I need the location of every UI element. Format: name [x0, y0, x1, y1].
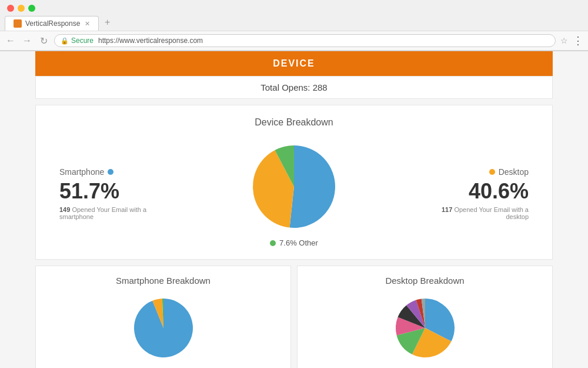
smartphone-sub: 149 Opened Your Email with a smartphone: [59, 206, 165, 220]
secure-icon: 🔒: [61, 37, 69, 45]
main-pie-chart: [247, 140, 341, 234]
browser-tab[interactable]: VerticalResponse ✕: [5, 16, 99, 31]
address-bar-row: ← → ↻ 🔒 Secure https://www.verticalrespo…: [0, 31, 588, 51]
breakdown-row: Smartphone Breakdown iOS: Mobile Safari …: [35, 266, 553, 368]
desktop-sub-text: Opened Your Email with a desktop: [454, 206, 529, 220]
desktop-label: Desktop: [423, 167, 529, 177]
smartphone-count: 149: [59, 206, 70, 213]
desktop-pie-area: [307, 293, 543, 363]
tab-title: VerticalResponse: [25, 19, 80, 28]
desktop-count: 117: [442, 206, 452, 213]
secure-label: Secure: [71, 37, 93, 45]
desktop-text: Desktop: [499, 167, 529, 177]
other-dot: [270, 240, 276, 246]
tab-favicon-icon: [14, 19, 22, 28]
smartphone-breakdown-title: Smartphone Breakdown: [45, 276, 281, 286]
forward-button[interactable]: →: [21, 35, 33, 46]
smartphone-text: Smartphone: [59, 167, 104, 177]
total-opens-bar: Total Opens: 288: [35, 76, 553, 99]
page-content: DEVICE Total Opens: 288 Device Breakdown…: [0, 51, 588, 368]
smartphone-stat: Smartphone 51.7% 149 Opened Your Email w…: [48, 167, 165, 220]
main-pie-center: 7.6% Other: [165, 140, 423, 247]
total-opens-label: Total Opens:: [260, 82, 310, 92]
total-opens-value: 288: [313, 82, 328, 92]
desktop-dot: [489, 169, 495, 175]
traffic-lights: [0, 0, 588, 14]
browser-chrome: VerticalResponse ✕ + ← → ↻ 🔒 Secure http…: [0, 0, 588, 51]
device-breakdown-row: Smartphone 51.7% 149 Opened Your Email w…: [48, 140, 540, 247]
desktop-breakdown-card: Desktop Breakdown Windows: Firefox 38 32…: [297, 266, 553, 368]
desktop-stat: Desktop 40.6% 117 Opened Your Email with…: [423, 167, 540, 220]
address-input[interactable]: 🔒 Secure https://www.verticalresponse.co…: [54, 34, 556, 47]
tab-bar: VerticalResponse ✕ +: [0, 14, 588, 31]
smartphone-sub-text: Opened Your Email with a smartphone: [59, 206, 146, 220]
device-breakdown-card: Device Breakdown Smartphone 51.7% 149 Op…: [35, 105, 553, 260]
smartphone-dot: [108, 169, 113, 175]
smartphone-label: Smartphone: [59, 167, 165, 177]
reload-button[interactable]: ↻: [38, 35, 49, 47]
desktop-percent: 40.6%: [423, 179, 529, 204]
url-display: https://www.verticalresponse.com: [98, 37, 203, 45]
device-label: DEVICE: [273, 58, 315, 68]
other-legend: 7.6% Other: [270, 238, 318, 247]
browser-menu-icon[interactable]: ⋮: [573, 34, 583, 47]
device-header: DEVICE: [35, 51, 553, 76]
other-label: 7.6% Other: [279, 238, 318, 247]
device-breakdown-title: Device Breakdown: [48, 117, 540, 128]
smartphone-pie-chart: [128, 293, 199, 363]
smartphone-pie-area: [45, 293, 281, 363]
minimize-button[interactable]: [18, 5, 25, 12]
back-button[interactable]: ←: [5, 35, 16, 46]
close-button[interactable]: [7, 5, 14, 12]
fullscreen-button[interactable]: [28, 5, 35, 12]
tab-close-icon[interactable]: ✕: [85, 20, 90, 28]
bookmark-icon[interactable]: ☆: [560, 36, 568, 45]
smartphone-breakdown-card: Smartphone Breakdown iOS: Mobile Safari …: [35, 266, 291, 368]
smartphone-percent: 51.7%: [59, 179, 165, 204]
desktop-sub: 117 Opened Your Email with a desktop: [423, 206, 529, 220]
new-tab-button[interactable]: +: [99, 14, 116, 31]
desktop-pie-chart: [390, 293, 460, 363]
desktop-breakdown-title: Desktop Breakdown: [307, 276, 543, 286]
